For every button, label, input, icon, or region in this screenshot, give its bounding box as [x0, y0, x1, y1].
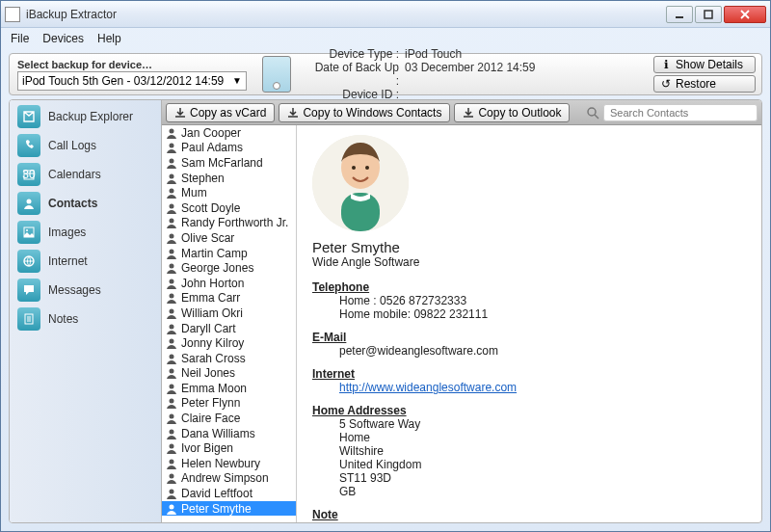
sidebar-item-notes[interactable]: Notes: [10, 305, 161, 333]
contact-row[interactable]: Sam McFarland: [162, 155, 296, 171]
contact-row[interactable]: David Leftfoot: [162, 486, 296, 501]
contact-row[interactable]: Neil Jones: [162, 366, 296, 382]
person-icon: [166, 472, 177, 484]
contact-row[interactable]: William Okri: [162, 306, 296, 321]
contact-row[interactable]: Daryll Cart: [162, 321, 296, 336]
address-line: ST11 93D: [312, 471, 746, 485]
contact-row[interactable]: Stephen: [162, 171, 296, 186]
contact-row[interactable]: Scott Doyle: [162, 200, 296, 216]
svg-point-40: [170, 474, 174, 479]
sidebar-item-backup-explorer[interactable]: Backup Explorer: [10, 102, 161, 131]
contact-row[interactable]: Mum: [162, 185, 296, 200]
sidebar-item-messages[interactable]: Messages: [10, 276, 161, 305]
svg-point-25: [170, 249, 174, 253]
svg-point-29: [170, 308, 174, 313]
search-input[interactable]: [603, 104, 758, 121]
person-icon: [166, 142, 177, 153]
nav-icon: [17, 221, 40, 244]
contact-row[interactable]: Jan Cooper: [162, 125, 296, 141]
contact-row-label: Andrew Simpson: [181, 471, 269, 485]
download-icon: [287, 107, 299, 119]
person-icon: [166, 248, 177, 259]
close-button[interactable]: [724, 6, 766, 23]
contact-row[interactable]: Ivor Bigen: [162, 440, 296, 456]
contact-row[interactable]: Paul Adams: [162, 141, 296, 156]
contact-row[interactable]: Randy Forthworth Jr.: [162, 216, 296, 231]
menu-help[interactable]: Help: [97, 32, 121, 45]
address-line: 5 Software Way: [312, 417, 746, 431]
contact-row[interactable]: George Jones: [162, 260, 296, 276]
svg-point-41: [170, 490, 174, 494]
contact-row-label: George Jones: [181, 261, 253, 275]
contact-list[interactable]: Jan CooperPaul AdamsSam McFarlandStephen…: [162, 125, 297, 522]
nav-icon: [17, 192, 40, 215]
window-title: iBackup Extractor: [26, 8, 666, 21]
sidebar-item-label: Backup Explorer: [48, 110, 133, 123]
contact-row-label: Martin Camp: [181, 247, 248, 260]
toolbar: Copy as vCard Copy to Windows Contacts C…: [162, 100, 761, 125]
contact-row[interactable]: Emma Carr: [162, 291, 296, 306]
show-details-button[interactable]: ℹShow Details: [653, 56, 756, 73]
contact-row[interactable]: John Horton: [162, 276, 296, 291]
contact-row[interactable]: Peter Smythe: [162, 501, 296, 517]
restore-button[interactable]: ↺Restore: [653, 75, 756, 93]
person-icon: [166, 353, 177, 364]
svg-point-28: [170, 294, 174, 299]
svg-point-22: [170, 203, 174, 208]
svg-point-46: [352, 166, 356, 170]
contact-row[interactable]: Peter Flynn: [162, 396, 296, 412]
contact-row-label: Emma Moon: [181, 382, 247, 395]
maximize-button[interactable]: [695, 6, 722, 23]
window: iBackup Extractor File Devices Help Sele…: [0, 0, 771, 532]
person-icon: [166, 367, 177, 379]
person-icon: [166, 202, 177, 214]
contact-name: Peter Smythe: [312, 239, 746, 255]
sidebar-item-calendars[interactable]: 30Calendars: [10, 160, 161, 189]
sidebar-item-internet[interactable]: Internet: [10, 247, 161, 276]
menu-file[interactable]: File: [11, 32, 29, 45]
contact-row[interactable]: Emma Moon: [162, 381, 296, 396]
contact-row-label: Sarah Cross: [181, 352, 246, 365]
contact-row-label: Stephen: [181, 172, 225, 185]
contact-row-label: Peter Smythe: [181, 502, 252, 516]
person-icon: [166, 428, 177, 439]
contact-row[interactable]: Andrew Simpson: [162, 471, 296, 487]
copy-vcard-button[interactable]: Copy as vCard: [166, 103, 275, 122]
minimize-button[interactable]: [666, 6, 693, 23]
backup-combobox[interactable]: iPod Touch 5th Gen - 03/12/2012 14:59 ▼: [17, 71, 247, 91]
svg-point-27: [170, 279, 174, 283]
device-thumbnail-icon: [262, 56, 291, 93]
note-heading: Note: [312, 508, 746, 521]
contact-row[interactable]: Claire Face: [162, 411, 296, 426]
contact-row-label: Olive Scar: [181, 231, 234, 245]
internet-link[interactable]: http://www.wideanglesoftware.com: [339, 381, 517, 394]
copy-windows-contacts-button[interactable]: Copy to Windows Contacts: [279, 103, 450, 122]
person-icon: [166, 337, 177, 349]
left-nav: Backup ExplorerCall Logs30CalendarsConta…: [10, 100, 162, 522]
person-icon: [166, 262, 177, 274]
menu-devices[interactable]: Devices: [42, 32, 84, 45]
contact-row[interactable]: Martin Camp: [162, 246, 296, 261]
contact-row[interactable]: Helen Newbury: [162, 456, 296, 471]
person-icon: [166, 292, 177, 304]
sidebar-item-images[interactable]: Images: [10, 218, 161, 247]
contact-row[interactable]: Dana Williams: [162, 426, 296, 441]
contact-row[interactable]: Sarah Cross: [162, 351, 296, 366]
copy-outlook-button[interactable]: Copy to Outlook: [454, 103, 570, 122]
person-icon: [166, 323, 177, 334]
avatar: [312, 135, 409, 231]
contact-row[interactable]: Jonny Kilroy: [162, 335, 296, 351]
body: Backup ExplorerCall Logs30CalendarsConta…: [9, 99, 762, 523]
download-icon: [463, 107, 474, 119]
device-type-key: Device Type :: [308, 47, 405, 61]
nav-icon: [17, 250, 40, 273]
titlebar[interactable]: iBackup Extractor: [1, 1, 770, 28]
show-details-label: Show Details: [676, 58, 743, 71]
email-heading: E-Mail: [312, 331, 746, 344]
sidebar-item-contacts[interactable]: Contacts: [10, 189, 161, 218]
sidebar-item-call-logs[interactable]: Call Logs: [10, 131, 161, 160]
svg-point-26: [170, 264, 174, 269]
backup-date-value: 03 December 2012 14:59: [405, 61, 535, 88]
contact-row[interactable]: Olive Scar: [162, 230, 296, 246]
svg-point-35: [170, 399, 174, 404]
